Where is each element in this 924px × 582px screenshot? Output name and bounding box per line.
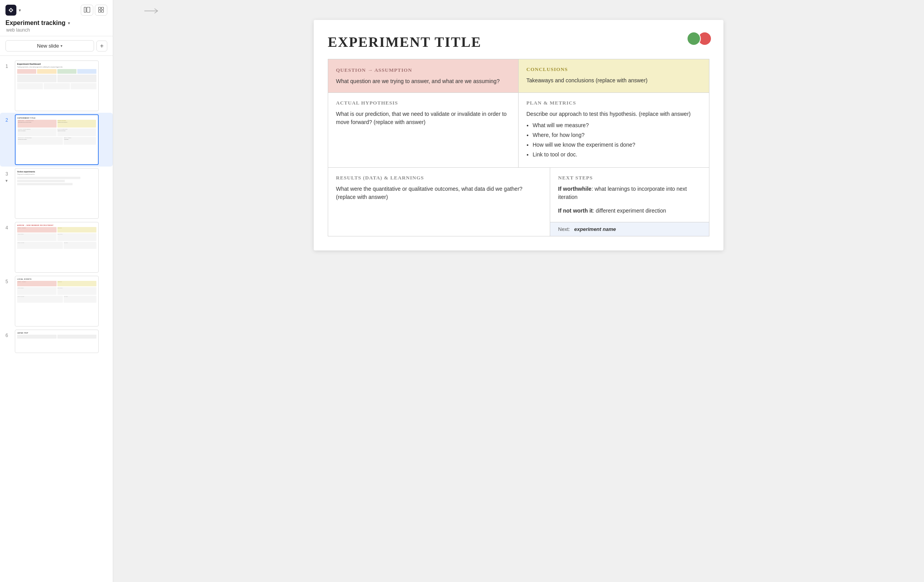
nav-arrow — [144, 8, 160, 16]
slide-number-3: 3 — [5, 171, 12, 177]
plan-bullets: What will we measure? Where, for how lon… — [533, 121, 701, 159]
sidebar-header: ▾ — [0, 0, 113, 36]
content-grid: Question → Assumption What question are … — [328, 59, 709, 236]
slide-content-3: Active experiments Things we're currentl… — [15, 168, 110, 219]
nextsteps-footer: Next: experiment name — [550, 222, 709, 236]
nextsteps-notworth-label: If not worth it — [558, 208, 593, 214]
svg-rect-3 — [99, 7, 101, 9]
cell-conclusions: Conclusions Takeaways and conclusions (r… — [519, 59, 709, 92]
sidebar: ▾ — [0, 0, 113, 582]
nextsteps-notworth-body: : different experiment direction — [593, 208, 666, 214]
slide-content-6: Japan trip — [15, 330, 110, 353]
slide-item-2[interactable]: 2 Experiment title Question → Assumption… — [0, 113, 113, 167]
slide-thumbnail-1: Experiment Dashboard Tracking experiment… — [15, 60, 99, 111]
project-subtitle: web launch — [5, 27, 107, 33]
slide-content-4: Arrow – new member recruitment Question … — [15, 222, 110, 273]
slide-item-3[interactable]: 3 ▾ Active experiments Things we're curr… — [0, 167, 113, 220]
plan-bullet-3: How will we know the experiment is done? — [533, 141, 701, 149]
cell-question: Question → Assumption What question are … — [328, 59, 519, 92]
slide-thumbnail-5: Local events Question → Assumption Concl… — [15, 276, 99, 326]
logo-area[interactable]: ▾ — [5, 5, 21, 16]
hypothesis-body: What is our prediction, that we need to … — [336, 110, 510, 126]
slide-main-title: Experiment title — [328, 34, 709, 50]
slide-number-5: 5 — [5, 279, 12, 284]
logo-row: ▾ — [5, 5, 107, 16]
slide-item-6[interactable]: 6 Japan trip — [0, 328, 113, 355]
panel-icon — [84, 7, 90, 14]
slide-item-4[interactable]: 4 Arrow – new member recruitment Questio… — [0, 220, 113, 274]
slide-number-1: 1 — [5, 64, 12, 69]
plan-bullet-2: Where, for how long? — [533, 131, 701, 139]
avatar-green — [687, 32, 701, 46]
slide-number-4: 4 — [5, 225, 12, 231]
svg-rect-4 — [101, 7, 104, 9]
slide-content-5: Local events Question → Assumption Concl… — [15, 276, 110, 326]
cell-hypothesis: Actual hypothesis What is our prediction… — [328, 93, 519, 167]
slides-list: 1 Experiment Dashboard Tracking experime… — [0, 56, 113, 582]
slide-item-5[interactable]: 5 Local events Question → Assumption Con… — [0, 274, 113, 328]
nextsteps-heading: Next steps — [558, 175, 701, 181]
row-middle: Actual hypothesis What is our prediction… — [328, 93, 709, 168]
nextsteps-worthwhile-label: If worthwhile — [558, 186, 592, 192]
plan-heading: Plan & metrics — [526, 100, 701, 106]
slide-expand-3[interactable]: ▾ — [5, 178, 8, 183]
slide-number-2: 2 — [5, 117, 12, 123]
slide-number-6: 6 — [5, 333, 12, 338]
grid-view-toggle[interactable] — [95, 5, 107, 16]
nextsteps-worthwhile: If worthwhile: what learnings to incorpo… — [558, 185, 701, 201]
conclusions-heading: Conclusions — [526, 66, 701, 73]
svg-rect-6 — [101, 10, 104, 12]
new-slide-button[interactable]: New slide ▾ — [5, 40, 94, 51]
panel-view-toggle[interactable] — [81, 5, 93, 16]
plan-body-intro: Describe our approach to test this hypot… — [526, 111, 691, 117]
slide-content-2: Experiment title Question → Assumption W… — [15, 114, 110, 165]
results-body: What were the quantitative or qualitativ… — [336, 185, 542, 201]
hypothesis-heading: Actual hypothesis — [336, 100, 510, 106]
results-heading: Results (data) & learnings — [336, 175, 542, 181]
logo-chevron-icon: ▾ — [19, 8, 21, 13]
new-slide-bar: New slide ▾ + — [0, 36, 113, 56]
svg-rect-2 — [87, 7, 90, 12]
slide-canvas: Experiment title Question → Assumption W… — [314, 20, 723, 250]
svg-rect-1 — [84, 7, 86, 12]
app-logo-icon — [5, 5, 16, 16]
add-icon: + — [100, 43, 103, 50]
row-bottom: Results (data) & learnings What were the… — [328, 168, 709, 236]
add-slide-button[interactable]: + — [96, 41, 107, 51]
question-body: What question are we trying to answer, a… — [336, 77, 510, 85]
slide-thumbnail-2: Experiment title Question → Assumption W… — [15, 114, 99, 165]
conclusions-body: Takeaways and conclusions (replace with … — [526, 76, 701, 85]
cell-nextsteps: Next steps If worthwhile: what learnings… — [550, 168, 709, 236]
next-experiment: experiment name — [574, 226, 616, 232]
project-title: Experiment tracking — [5, 20, 66, 27]
question-heading: Question → Assumption — [336, 67, 412, 73]
new-slide-label: New slide — [37, 43, 59, 49]
slide-item-1[interactable]: 1 Experiment Dashboard Tracking experime… — [0, 59, 113, 113]
plan-body: Describe our approach to test this hypot… — [526, 110, 701, 159]
plan-bullet-1: What will we measure? — [533, 121, 701, 130]
nextsteps-notworth: If not worth it: different experiment di… — [558, 207, 701, 215]
slide-thumbnail-6: Japan trip — [15, 330, 99, 353]
project-title-row[interactable]: Experiment tracking ▾ — [5, 20, 107, 27]
grid-icon — [98, 7, 104, 14]
row-top: Question → Assumption What question are … — [328, 59, 709, 93]
plan-bullet-4: Link to tool or doc. — [533, 151, 701, 159]
view-toggles — [81, 5, 107, 16]
nextsteps-main: Next steps If worthwhile: what learnings… — [550, 168, 709, 222]
slide-content-1: Experiment Dashboard Tracking experiment… — [15, 60, 110, 111]
project-title-chevron-icon: ▾ — [68, 21, 70, 26]
avatar-row — [687, 32, 712, 46]
next-label: Next: — [558, 226, 570, 232]
new-slide-chevron-icon: ▾ — [60, 44, 62, 48]
svg-rect-5 — [99, 10, 101, 12]
nextsteps-body: If worthwhile: what learnings to incorpo… — [558, 185, 701, 215]
cell-plan: Plan & metrics Describe our approach to … — [519, 93, 709, 167]
slide-thumbnail-4: Arrow – new member recruitment Question … — [15, 222, 99, 273]
cell-results: Results (data) & learnings What were the… — [328, 168, 550, 236]
slide-thumbnail-3: Active experiments Things we're currentl… — [15, 168, 99, 219]
main-area: Experiment title Question → Assumption W… — [113, 0, 924, 582]
